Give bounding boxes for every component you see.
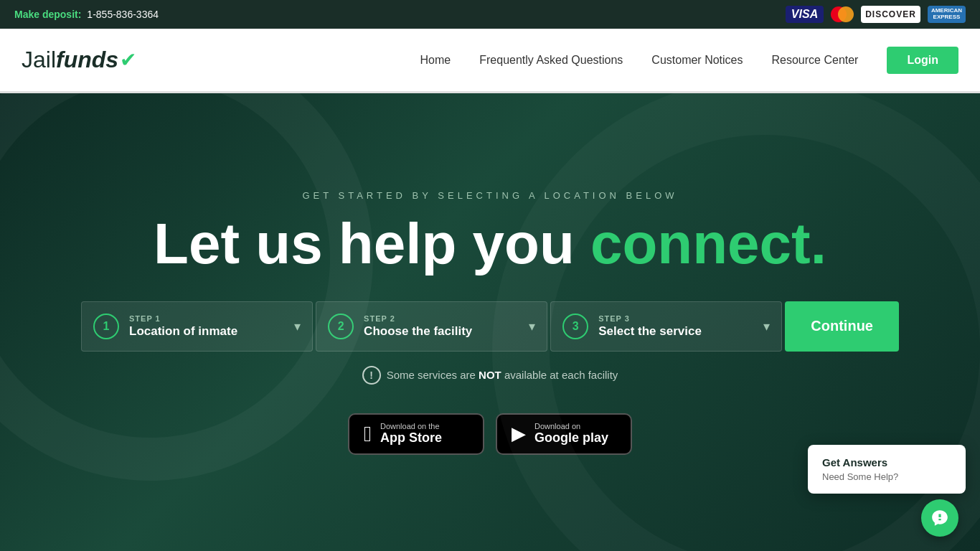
chat-widget: Get Answers Need Some Help?	[808, 445, 966, 494]
app-store-main: App Store	[380, 430, 442, 446]
discover-icon: DISCOVER	[861, 6, 920, 23]
step-3-circle: 3	[562, 314, 588, 339]
payment-icons: VISA DISCOVER AMERICANEXPRESS	[786, 6, 966, 23]
deposit-label: Make deposit:	[14, 9, 81, 20]
step-2-box[interactable]: 2 STEP 2 Choose the facility ▾	[316, 301, 547, 352]
step-3-box[interactable]: 3 STEP 3 Select the service ▾	[550, 301, 782, 352]
step-1-label: STEP 1	[129, 314, 284, 323]
logo-checkmark-icon: ✔	[120, 48, 136, 72]
phone-number: 1-855-836-3364	[87, 9, 159, 20]
app-store-text: Download on the App Store	[380, 422, 442, 446]
hero-title-white: Let us help you	[154, 212, 575, 276]
top-bar-contact: Make deposit: 1-855-836-3364	[14, 9, 159, 20]
step-2-value: Choose the facility	[364, 324, 519, 339]
nav-home[interactable]: Home	[420, 54, 451, 67]
top-bar: Make deposit: 1-855-836-3364 VISA DISCOV…	[0, 0, 980, 29]
navbar: Jailfunds✔ Home Frequently Asked Questio…	[0, 29, 980, 93]
amex-icon: AMERICANEXPRESS	[928, 6, 966, 23]
mastercard-icon	[831, 6, 854, 22]
google-play-button[interactable]: ▶ Download on Google play	[496, 413, 632, 455]
warning-row: ! Some services are NOT available at eac…	[362, 366, 618, 385]
google-play-icon: ▶	[512, 423, 526, 445]
hero-subtitle: GET STARTED BY SELECTING A LOCATION BELO…	[302, 190, 677, 201]
app-store-sub: Download on the	[380, 422, 442, 430]
logo-funds: funds	[56, 47, 118, 73]
step-1-box[interactable]: 1 STEP 1 Location of inmate ▾	[81, 301, 313, 352]
step-1-circle: 1	[93, 314, 119, 339]
hero-title-green: connect.	[590, 212, 826, 276]
step-1-chevron-icon: ▾	[294, 319, 301, 334]
chat-widget-subtitle: Need Some Help?	[822, 471, 951, 482]
step-2-content: STEP 2 Choose the facility	[364, 314, 519, 339]
step-2-chevron-icon: ▾	[529, 319, 535, 334]
nav-faq[interactable]: Frequently Asked Questions	[479, 54, 623, 67]
hero-title: Let us help you connect.	[154, 215, 826, 273]
visa-icon: VISA	[786, 6, 824, 23]
logo: Jailfunds✔	[22, 47, 136, 73]
app-store-button[interactable]:  Download on the App Store	[348, 413, 484, 455]
continue-button[interactable]: Continue	[785, 301, 899, 352]
google-play-sub: Download on	[534, 422, 608, 430]
chat-icon	[930, 509, 949, 527]
chat-widget-title: Get Answers	[822, 456, 951, 468]
nav-resource[interactable]: Resource Center	[772, 54, 859, 67]
step-2-circle: 2	[328, 314, 354, 339]
step-1-content: STEP 1 Location of inmate	[129, 314, 284, 339]
step-2-label: STEP 2	[364, 314, 519, 323]
google-play-text: Download on Google play	[534, 422, 608, 446]
step-1-value: Location of inmate	[129, 324, 284, 339]
warning-icon: !	[362, 366, 381, 385]
login-button[interactable]: Login	[887, 47, 958, 74]
step-row: 1 STEP 1 Location of inmate ▾ 2 STEP 2 C…	[81, 301, 899, 352]
chat-bubble-button[interactable]	[921, 499, 958, 537]
step-3-value: Select the service	[598, 324, 753, 339]
nav-notices[interactable]: Customer Notices	[651, 54, 743, 67]
logo-jail: Jail	[22, 47, 56, 73]
step-3-label: STEP 3	[598, 314, 753, 323]
google-play-main: Google play	[534, 430, 608, 446]
app-buttons-row:  Download on the App Store ▶ Download o…	[348, 413, 632, 455]
warning-text: Some services are NOT available at each …	[387, 369, 618, 381]
apple-icon: 	[364, 422, 372, 446]
step-3-chevron-icon: ▾	[763, 319, 770, 334]
step-3-content: STEP 3 Select the service	[598, 314, 753, 339]
nav-links: Home Frequently Asked Questions Customer…	[420, 47, 958, 74]
